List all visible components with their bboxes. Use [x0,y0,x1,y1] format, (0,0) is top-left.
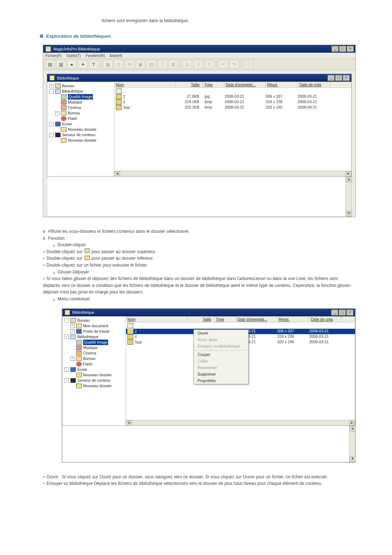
tree-item[interactable]: +Bureau [48,110,113,116]
menu-item[interactable]: Couper [194,351,248,358]
tree-item[interactable]: Flash [48,116,113,121]
tree-item[interactable]: -Ecran [63,367,125,372]
tree-item[interactable]: +Bureau [63,356,125,361]
col-res[interactable]: Résol. [266,82,298,88]
col-res-2[interactable]: Résol. [277,316,310,322]
table-row[interactable]: 4224.1KB.bmp2008-03-21319 x 2392008-03-2… [114,100,351,105]
scroll-left-icon[interactable]: ◄ [114,171,120,176]
min-button[interactable]: _ [331,46,339,52]
tree-item[interactable]: +Poste de travail [63,329,125,334]
tree-twisty-icon[interactable]: + [49,84,54,88]
col-type[interactable]: Type [203,82,224,88]
tb-icon-4[interactable]: ✦ [78,60,87,69]
tree-twisty-icon[interactable]: + [55,111,60,116]
scroll-down-icon-2[interactable]: ▼ [350,456,356,462]
v-scrollbar-2[interactable]: ▲ ▼ [349,426,355,462]
tree-item[interactable]: -Bibliothèque [63,334,125,340]
tb-icon-12[interactable]: ◎ [183,60,192,69]
panel-min[interactable]: _ [327,75,335,81]
scroll-right-icon[interactable]: ► [346,171,351,176]
col-name-2[interactable]: Nom [126,316,187,322]
menu-help[interactable]: Aide(H) [109,53,122,58]
col-type-2[interactable]: Type [215,316,236,322]
tb-icon-11[interactable]: 🗑 [168,60,178,69]
tree-twisty-icon[interactable]: - [49,133,54,137]
tree-twisty-icon[interactable]: + [70,356,75,361]
col-saved-2[interactable]: Date d'enregistr... [236,316,277,322]
col-created-2[interactable]: Date de créa [310,316,342,322]
panel-close-2[interactable]: × [346,309,354,316]
tb-icon-redo[interactable]: ↷ [229,60,239,69]
tree-item[interactable]: Flash [63,361,125,367]
col-size-2[interactable]: Taille [187,316,215,322]
tb-icon-5[interactable]: ▦ [103,60,113,69]
tb-icon-10[interactable]: ⤴ [158,60,167,69]
file-list-2[interactable]: Nom Taille Type Date d'enregistr... Réso… [126,316,355,425]
menu-item[interactable]: Ouvrir [194,330,248,336]
tree-item[interactable]: Nouveau dossier [63,383,125,389]
tb-icon-13[interactable]: ⇩ [193,60,203,69]
tree-twisty-icon[interactable]: + [70,329,75,333]
tree-twisty-icon[interactable]: - [65,318,69,323]
panel-close[interactable]: × [343,75,350,81]
tb-icon-14[interactable]: ⇧ [204,60,214,69]
tree-item[interactable]: -Serveur de contenu [48,132,113,138]
menu-file[interactable]: Fichier(F) [45,53,62,58]
close-button[interactable]: × [347,46,354,52]
col-name[interactable]: Nom [114,82,176,88]
tree-item[interactable]: Cinéma [48,105,113,110]
list-header[interactable]: Nom Taille Type Date d'enregistr... Réso… [114,82,351,88]
col-created[interactable]: Date de créa [298,82,330,88]
tree-item[interactable]: Cinéma [63,351,125,356]
tb-icon-9[interactable]: ▤ [147,60,156,69]
tree-twisty-icon[interactable]: - [65,378,69,382]
tree-item[interactable]: -Bibliothèque [48,89,113,94]
max-button[interactable]: □ [339,46,346,52]
tb-icon-7[interactable]: ✉ [125,60,134,69]
tb-icon-6[interactable]: ⎙ [114,60,123,69]
tree-item[interactable]: Qualité Image [48,94,113,100]
table-row[interactable]: .. [114,89,351,94]
scroll-left-icon-2[interactable]: ◄ [126,420,132,425]
tree-item[interactable]: Nouveau dossier [63,372,125,378]
tree-twisty-icon[interactable]: - [65,367,69,372]
tb-icon-info[interactable]: ⓘ [244,60,253,69]
tree-item[interactable]: -Ecran [48,121,113,127]
scroll-up-icon-2[interactable]: ▲ [350,426,356,432]
tb-icon-2[interactable]: ▥ [56,60,66,69]
tree-item[interactable]: Musique [63,345,125,351]
tree-item[interactable]: Nouveau dossier [48,138,113,143]
tree-twisty-icon[interactable]: + [70,324,75,328]
table-row[interactable]: .. [126,323,355,329]
tree-twisty-icon[interactable]: - [65,335,69,339]
tree-item[interactable]: Musique [48,100,113,105]
tree-item[interactable]: +Bureau [48,83,113,89]
tb-icon-3[interactable]: ● [67,60,77,69]
context-menu[interactable]: OuvrirNouv. doss.Envoyer vs bibliothèque… [193,329,249,384]
tb-icon-text[interactable]: T [89,60,98,69]
panel-max[interactable]: □ [335,75,342,81]
scroll-down-icon[interactable]: ▼ [346,211,352,216]
scroll-up-icon[interactable]: ▲ [346,177,352,182]
col-size[interactable]: Taille [176,82,203,88]
tree-view-2[interactable]: -Bureau+Mon document+Poste de travail-Bi… [62,316,126,425]
tree-item[interactable]: -Bureau [63,318,125,323]
menu-item[interactable]: Supprimer [194,371,248,377]
tb-icon-8[interactable]: ▣ [136,60,145,69]
menu-item[interactable]: Propriétés [194,377,248,384]
v-scrollbar[interactable]: ▲ ▼ [346,177,351,216]
tree-twisty-icon[interactable]: - [49,89,54,94]
menu-tools[interactable]: Outils(T) [66,53,81,58]
table-row[interactable]: Test225.1KB.bmp2008-03-21320 x 2402008-0… [114,105,351,110]
tree-item[interactable]: -Serveur de contenu [63,378,125,383]
tree-item[interactable]: Nouveau dossier [48,127,113,132]
tb-icon-1[interactable]: ▤ [45,60,55,69]
file-list[interactable]: Nom Taille Type Date d'enregistr... Réso… [114,82,351,176]
tree-twisty-icon[interactable]: - [49,122,54,126]
h-scrollbar-2[interactable]: ◄ ► [126,420,355,425]
tree-item[interactable]: +Mon document [63,323,125,329]
scroll-right-icon-2[interactable]: ► [349,420,355,425]
table-row[interactable]: 227.8KB.jpg2008-03-21506 x 3372008-03-21 [114,94,351,100]
col-saved[interactable]: Date d'enregistr... [224,82,266,88]
menu-window[interactable]: Fenêtre(W) [86,53,105,58]
